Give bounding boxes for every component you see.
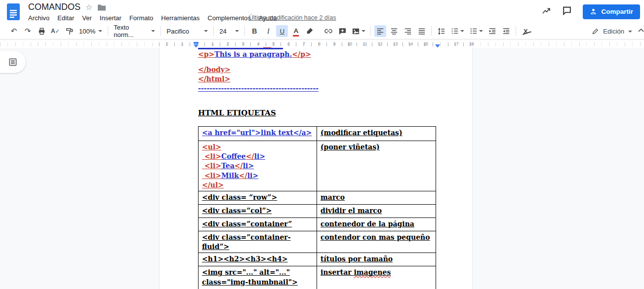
bulleted-list-icon[interactable] (468, 25, 484, 37)
doc-line[interactable]: </body> (198, 65, 455, 74)
editing-mode-select[interactable]: Edición (587, 28, 637, 35)
ruler-number: 3 (242, 41, 244, 46)
paragraph-style-select[interactable]: Texto norm... (111, 25, 158, 37)
document-canvas: 211234567891011121314151718 <p>This is a… (0, 39, 644, 289)
menu-item-editar[interactable]: Editar (53, 13, 78, 23)
table-row: <div class= “row”>marco (199, 191, 436, 205)
spellcheck-icon[interactable]: A✓ (49, 25, 61, 37)
share-button[interactable]: Compartir (583, 4, 640, 19)
document-stats-icon[interactable] (541, 6, 551, 17)
clipped-text-line (198, 47, 283, 49)
toolbar: ↶ ↷ A✓ 100% Texto norm... Pacifico 24 B … (0, 23, 644, 39)
increase-indent-icon[interactable] (500, 25, 512, 37)
move-folder-icon[interactable] (97, 3, 106, 11)
last-modified-link[interactable]: Última modificación hace 2 días (249, 14, 336, 21)
zoom-value: 100% (79, 28, 95, 35)
chevron-down-icon (479, 30, 483, 32)
menu-item-formato[interactable]: Formato (125, 13, 157, 23)
clear-formatting-icon[interactable]: X (523, 28, 528, 35)
undo-button[interactable]: ↶ (8, 25, 20, 37)
table-row: <div class=”col”>dividir el marco (199, 205, 436, 218)
doc-line[interactable]: ----------------------------------------… (198, 84, 455, 93)
star-icon[interactable]: ☆ (85, 2, 92, 12)
first-line-indent-marker[interactable] (194, 42, 199, 44)
description-cell[interactable]: contenedor de la página (317, 218, 436, 231)
text-color-button[interactable]: A (293, 28, 298, 35)
table-row: <a href="url">link text</a>(modificar et… (199, 127, 436, 141)
code-cell[interactable]: <ul> <li>Coffee</li> <li>Tea</li> <li>Mi… (199, 141, 317, 191)
ruler-number: 2 (165, 41, 168, 46)
document-page[interactable]: <p>This is a paragraph.</p></body></html… (159, 47, 473, 289)
underline-button[interactable]: U (276, 25, 288, 37)
menu-item-ver[interactable]: Ver (78, 13, 96, 23)
add-comment-icon[interactable] (336, 25, 348, 37)
font-select[interactable]: Pacifico (163, 25, 211, 37)
show-document-outline-button[interactable] (0, 51, 26, 73)
code-cell[interactable]: <h1><h2><h3><h4> (199, 253, 317, 266)
print-icon[interactable] (36, 25, 47, 37)
menu-bar: ArchivoEditarVerInsertarFormatoHerramien… (28, 13, 281, 23)
code-cell[interactable]: <img src="..." alt="..."class="img-thumb… (199, 266, 317, 289)
ruler-number: 18 (469, 41, 474, 46)
font-name-value: Pacifico (166, 28, 189, 35)
ruler-number: 12 (378, 41, 383, 46)
menu-item-insertar[interactable]: Insertar (96, 13, 125, 23)
bold-button[interactable]: B (248, 25, 260, 37)
highlight-color-icon[interactable] (304, 25, 316, 37)
description-cell[interactable]: contendor con mas pequeño (317, 231, 436, 253)
menu-item-archivo[interactable]: Archivo (28, 13, 53, 23)
share-button-label: Compartir (601, 8, 633, 15)
table-row: <h1><h2><h3><h4>títulos por tamaño (199, 253, 436, 266)
ruler-number: 1 (211, 41, 214, 46)
paint-format-icon[interactable] (63, 25, 75, 37)
ruler-number: 11 (362, 41, 367, 46)
doc-line[interactable]: <p>This is a paragraph.</p> (198, 50, 455, 59)
code-cell[interactable]: <div class=”container” (199, 218, 317, 231)
google-docs-logo-icon[interactable] (7, 3, 20, 20)
ruler[interactable]: 211234567891011121314151718 (0, 40, 644, 48)
code-cell[interactable]: <div class=”container-fluid”> (199, 231, 317, 253)
menu-item-herramientas[interactable]: Herramientas (157, 13, 203, 23)
numbered-list-icon[interactable] (449, 25, 466, 37)
doc-line[interactable]: </html> (198, 74, 455, 84)
insert-image-icon[interactable] (350, 25, 367, 37)
table-row: <img src="..." alt="..."class="img-thumb… (199, 266, 436, 289)
menu-item-complementos[interactable]: Complementos (203, 13, 254, 23)
description-cell[interactable]: insertar imagenes (317, 266, 436, 289)
code-cell[interactable]: <div class=”col”> (199, 205, 317, 218)
align-justify-button[interactable] (416, 25, 428, 37)
ruler-number: 15 (423, 41, 428, 46)
comments-icon[interactable] (562, 6, 572, 17)
description-cell[interactable]: (modificar etiquetas) (317, 127, 436, 141)
toolbar-right: Edición (587, 23, 644, 39)
align-right-button[interactable] (402, 25, 414, 37)
italic-button[interactable]: I (262, 25, 274, 37)
description-cell[interactable]: (poner viñetas) (317, 141, 436, 191)
insert-link-icon[interactable] (322, 25, 334, 37)
font-size-select[interactable]: 24 (216, 25, 242, 37)
line-spacing-icon[interactable] (435, 25, 447, 37)
description-cell[interactable]: marco (317, 191, 436, 205)
document-title[interactable]: COMANDOS (28, 2, 80, 12)
section-heading: HTML ETIQUETAS (198, 108, 455, 118)
doc-line[interactable] (198, 59, 455, 65)
chevron-down-icon (235, 30, 239, 32)
zoom-select[interactable]: 100% (76, 25, 105, 37)
table-row: <div class=”container”contenedor de la p… (199, 218, 436, 231)
align-left-button[interactable] (374, 25, 386, 37)
redo-button[interactable]: ↷ (22, 25, 34, 37)
ruler-number: 8 (318, 41, 321, 46)
description-cell[interactable]: dividir el marco (317, 205, 436, 218)
ruler-number: 6 (287, 41, 290, 46)
pencil-icon (592, 28, 599, 35)
code-cell[interactable]: <a href="url">link text</a> (199, 127, 317, 141)
collapse-toolbar-icon[interactable] (637, 27, 644, 36)
ruler-number: 17 (454, 41, 459, 46)
code-cell[interactable]: <div class= “row”> (199, 191, 317, 205)
app-header: COMANDOS ☆ ArchivoEditarVerInsertarForma… (0, 0, 644, 23)
decrease-indent-icon[interactable] (486, 25, 498, 37)
ruler-number: 4 (257, 41, 260, 46)
description-cell[interactable]: títulos por tamaño (317, 253, 436, 266)
ruler-number: 13 (393, 41, 398, 46)
align-center-button[interactable] (388, 25, 400, 37)
